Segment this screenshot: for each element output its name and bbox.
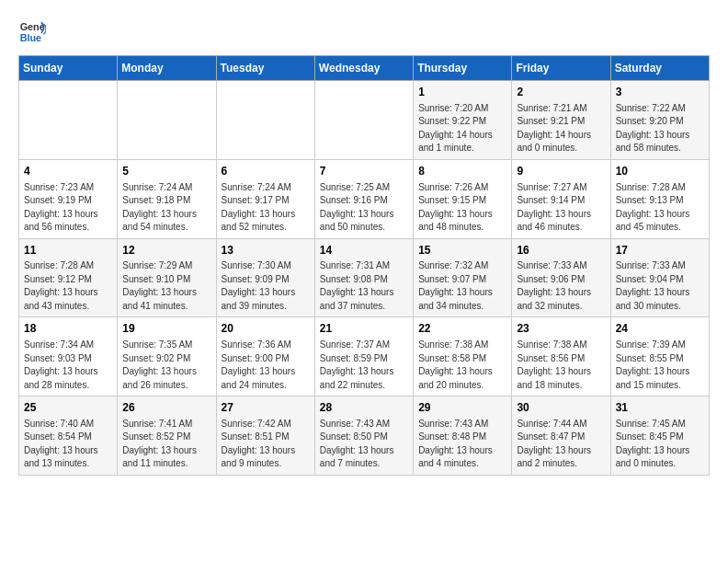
day-cell: 17Sunrise: 7:33 AMSunset: 9:04 PMDayligh… bbox=[610, 238, 709, 317]
day-number: 31 bbox=[616, 400, 704, 416]
day-info: Sunrise: 7:43 AMSunset: 8:48 PMDaylight:… bbox=[418, 418, 506, 471]
day-cell: 2Sunrise: 7:21 AMSunset: 9:21 PMDaylight… bbox=[512, 81, 610, 160]
day-number: 28 bbox=[320, 400, 408, 416]
day-info: Sunrise: 7:24 AMSunset: 9:17 PMDaylight:… bbox=[222, 181, 310, 235]
day-number: 2 bbox=[517, 85, 605, 100]
svg-text:Blue: Blue bbox=[20, 32, 41, 43]
day-info: Sunrise: 7:30 AMSunset: 9:09 PMDaylight:… bbox=[222, 259, 310, 313]
day-number: 14 bbox=[320, 243, 408, 259]
day-cell: 21Sunrise: 7:37 AMSunset: 8:59 PMDayligh… bbox=[314, 317, 413, 396]
day-number: 24 bbox=[616, 321, 704, 337]
day-cell: 25Sunrise: 7:40 AMSunset: 8:54 PMDayligh… bbox=[19, 396, 118, 476]
day-cell bbox=[314, 81, 413, 160]
logo-icon: General Blue bbox=[18, 18, 46, 46]
day-cell: 6Sunrise: 7:24 AMSunset: 9:17 PMDaylight… bbox=[216, 159, 314, 238]
day-number: 20 bbox=[222, 321, 310, 337]
day-info: Sunrise: 7:29 AMSunset: 9:10 PMDaylight:… bbox=[122, 259, 210, 313]
day-cell: 30Sunrise: 7:44 AMSunset: 8:47 PMDayligh… bbox=[512, 396, 610, 476]
header-wednesday: Wednesday bbox=[314, 56, 413, 81]
day-number: 7 bbox=[320, 164, 408, 179]
day-info: Sunrise: 7:35 AMSunset: 9:02 PMDaylight:… bbox=[122, 339, 210, 392]
day-info: Sunrise: 7:33 AMSunset: 9:06 PMDaylight:… bbox=[517, 259, 605, 313]
day-info: Sunrise: 7:38 AMSunset: 8:58 PMDaylight:… bbox=[418, 339, 506, 392]
day-cell: 9Sunrise: 7:27 AMSunset: 9:14 PMDaylight… bbox=[512, 159, 610, 238]
day-number: 18 bbox=[24, 321, 112, 337]
day-cell: 12Sunrise: 7:29 AMSunset: 9:10 PMDayligh… bbox=[118, 238, 216, 317]
day-cell: 29Sunrise: 7:43 AMSunset: 8:48 PMDayligh… bbox=[414, 396, 512, 476]
day-number: 4 bbox=[24, 164, 112, 179]
day-info: Sunrise: 7:42 AMSunset: 8:51 PMDaylight:… bbox=[222, 418, 310, 471]
day-cell: 4Sunrise: 7:23 AMSunset: 9:19 PMDaylight… bbox=[19, 159, 118, 238]
day-number: 27 bbox=[222, 400, 310, 416]
day-cell: 31Sunrise: 7:45 AMSunset: 8:45 PMDayligh… bbox=[610, 396, 709, 476]
week-row-1: 1Sunrise: 7:20 AMSunset: 9:22 PMDaylight… bbox=[19, 81, 710, 160]
day-info: Sunrise: 7:28 AMSunset: 9:12 PMDaylight:… bbox=[24, 259, 112, 313]
day-number: 17 bbox=[616, 243, 704, 259]
day-cell bbox=[19, 81, 118, 160]
day-cell: 1Sunrise: 7:20 AMSunset: 9:22 PMDaylight… bbox=[414, 81, 512, 160]
day-info: Sunrise: 7:39 AMSunset: 8:55 PMDaylight:… bbox=[616, 339, 704, 392]
day-cell: 10Sunrise: 7:28 AMSunset: 9:13 PMDayligh… bbox=[610, 159, 709, 238]
day-number: 3 bbox=[616, 85, 704, 100]
day-cell: 11Sunrise: 7:28 AMSunset: 9:12 PMDayligh… bbox=[19, 238, 118, 317]
day-info: Sunrise: 7:31 AMSunset: 9:08 PMDaylight:… bbox=[320, 259, 408, 313]
day-info: Sunrise: 7:36 AMSunset: 9:00 PMDaylight:… bbox=[222, 339, 310, 392]
day-number: 10 bbox=[616, 164, 704, 179]
week-row-2: 4Sunrise: 7:23 AMSunset: 9:19 PMDaylight… bbox=[19, 159, 710, 238]
header-tuesday: Tuesday bbox=[216, 56, 314, 81]
day-info: Sunrise: 7:41 AMSunset: 8:52 PMDaylight:… bbox=[122, 418, 210, 471]
day-cell: 23Sunrise: 7:38 AMSunset: 8:56 PMDayligh… bbox=[512, 317, 610, 396]
day-cell: 24Sunrise: 7:39 AMSunset: 8:55 PMDayligh… bbox=[610, 317, 709, 396]
logo: General Blue bbox=[18, 18, 50, 46]
week-row-5: 25Sunrise: 7:40 AMSunset: 8:54 PMDayligh… bbox=[19, 396, 710, 476]
day-number: 21 bbox=[320, 321, 408, 337]
day-cell: 28Sunrise: 7:43 AMSunset: 8:50 PMDayligh… bbox=[314, 396, 413, 476]
day-cell: 16Sunrise: 7:33 AMSunset: 9:06 PMDayligh… bbox=[512, 238, 610, 317]
day-cell: 5Sunrise: 7:24 AMSunset: 9:18 PMDaylight… bbox=[118, 159, 216, 238]
day-info: Sunrise: 7:27 AMSunset: 9:14 PMDaylight:… bbox=[517, 181, 605, 235]
day-info: Sunrise: 7:45 AMSunset: 8:45 PMDaylight:… bbox=[616, 418, 704, 471]
day-info: Sunrise: 7:25 AMSunset: 9:16 PMDaylight:… bbox=[320, 181, 408, 235]
day-info: Sunrise: 7:28 AMSunset: 9:13 PMDaylight:… bbox=[616, 181, 704, 235]
day-number: 13 bbox=[222, 243, 310, 259]
day-number: 19 bbox=[122, 321, 210, 337]
day-info: Sunrise: 7:32 AMSunset: 9:07 PMDaylight:… bbox=[418, 259, 506, 313]
day-cell bbox=[118, 81, 216, 160]
day-info: Sunrise: 7:38 AMSunset: 8:56 PMDaylight:… bbox=[517, 339, 605, 392]
day-number: 16 bbox=[517, 243, 605, 259]
day-number: 8 bbox=[418, 164, 506, 179]
day-cell: 20Sunrise: 7:36 AMSunset: 9:00 PMDayligh… bbox=[216, 317, 314, 396]
page-header: General Blue bbox=[18, 18, 710, 46]
header-monday: Monday bbox=[118, 56, 216, 81]
day-cell: 26Sunrise: 7:41 AMSunset: 8:52 PMDayligh… bbox=[118, 396, 216, 476]
day-info: Sunrise: 7:37 AMSunset: 8:59 PMDaylight:… bbox=[320, 339, 408, 392]
day-info: Sunrise: 7:40 AMSunset: 8:54 PMDaylight:… bbox=[24, 418, 112, 471]
calendar-table: SundayMondayTuesdayWednesdayThursdayFrid… bbox=[18, 55, 710, 476]
day-info: Sunrise: 7:43 AMSunset: 8:50 PMDaylight:… bbox=[320, 418, 408, 471]
day-cell: 3Sunrise: 7:22 AMSunset: 9:20 PMDaylight… bbox=[610, 81, 709, 160]
day-number: 23 bbox=[517, 321, 605, 337]
day-number: 30 bbox=[517, 400, 605, 416]
day-info: Sunrise: 7:26 AMSunset: 9:15 PMDaylight:… bbox=[418, 181, 506, 235]
day-info: Sunrise: 7:20 AMSunset: 9:22 PMDaylight:… bbox=[418, 102, 506, 155]
day-number: 9 bbox=[517, 164, 605, 179]
days-header-row: SundayMondayTuesdayWednesdayThursdayFrid… bbox=[19, 56, 710, 81]
day-number: 15 bbox=[418, 243, 506, 259]
week-row-3: 11Sunrise: 7:28 AMSunset: 9:12 PMDayligh… bbox=[19, 238, 710, 317]
day-cell: 19Sunrise: 7:35 AMSunset: 9:02 PMDayligh… bbox=[118, 317, 216, 396]
day-number: 26 bbox=[122, 400, 210, 416]
day-number: 6 bbox=[222, 164, 310, 179]
day-number: 5 bbox=[122, 164, 210, 179]
day-cell: 13Sunrise: 7:30 AMSunset: 9:09 PMDayligh… bbox=[216, 238, 314, 317]
day-info: Sunrise: 7:44 AMSunset: 8:47 PMDaylight:… bbox=[517, 418, 605, 471]
week-row-4: 18Sunrise: 7:34 AMSunset: 9:03 PMDayligh… bbox=[19, 317, 710, 396]
day-info: Sunrise: 7:21 AMSunset: 9:21 PMDaylight:… bbox=[517, 102, 605, 155]
day-number: 22 bbox=[418, 321, 506, 337]
day-cell: 14Sunrise: 7:31 AMSunset: 9:08 PMDayligh… bbox=[314, 238, 413, 317]
day-number: 12 bbox=[122, 243, 210, 259]
day-cell: 27Sunrise: 7:42 AMSunset: 8:51 PMDayligh… bbox=[216, 396, 314, 476]
header-sunday: Sunday bbox=[19, 56, 118, 81]
header-thursday: Thursday bbox=[414, 56, 512, 81]
day-number: 29 bbox=[418, 400, 506, 416]
day-info: Sunrise: 7:22 AMSunset: 9:20 PMDaylight:… bbox=[616, 102, 704, 155]
